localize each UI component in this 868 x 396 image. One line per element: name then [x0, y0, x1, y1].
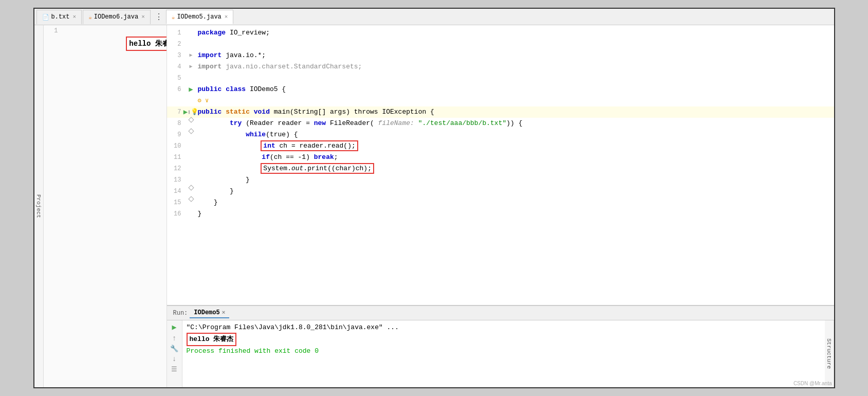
code-line-7: 7 ▶ 💡 public static void main(String[] a… — [167, 106, 834, 118]
ln-5: 5 — [167, 73, 186, 84]
bottom-tab-close[interactable]: × — [222, 310, 226, 316]
code-content-1: package IO_review; — [197, 27, 834, 39]
ln-9: 9 — [167, 129, 186, 140]
code-line-5: 5 — [167, 73, 834, 84]
gutter-9 — [186, 129, 197, 133]
gutter-8 — [186, 118, 197, 122]
bottom-panel: Run: IODemo5 × ▶ ↑ 🔧 ↓ ☰ — [167, 305, 834, 387]
code-line-14: 14 } — [167, 186, 834, 197]
code-line-16: 16 } — [167, 208, 834, 220]
java-file-icon-6: ☕ — [88, 14, 92, 21]
code-line-6: 6 ▶ public class IODemo5 { — [167, 84, 834, 95]
down-arrow-icon[interactable]: ↓ — [172, 355, 176, 363]
tab-iodemo5-close[interactable]: × — [225, 14, 228, 20]
ln-12: 12 — [167, 163, 186, 174]
left-line-content-1: hello 朱睿杰 — [73, 25, 167, 62]
left-line-1: 1 hello 朱睿杰 ✓ — [44, 25, 167, 62]
fold-icon-3[interactable]: ▶ — [189, 50, 192, 61]
project-label: Project — [35, 194, 42, 218]
right-panel: 1 package IO_review; 2 3 ▶ import java.i… — [167, 25, 834, 387]
bottom-left-controls: ▶ ↑ 🔧 ↓ ☰ — [167, 320, 182, 387]
code-line-6b: ⚙ ∨ — [167, 95, 834, 106]
main-content: Project 1 hello 朱睿杰 ✓ 1 — [34, 25, 834, 387]
run-arrow-6[interactable]: ▶ — [189, 84, 193, 95]
ln-6: 6 — [167, 84, 186, 95]
tab-btxt[interactable]: 📄 b.txt × — [36, 10, 82, 24]
code-line-11: 11 if(ch == -1) break; — [167, 152, 834, 163]
gutter-diamond-15 — [188, 196, 194, 202]
gutter-diamond-8 — [188, 117, 194, 122]
ln-11: 11 — [167, 152, 186, 163]
up-arrow-icon[interactable]: ↑ — [172, 334, 176, 343]
code-line-12: 12 System.out.print((char)ch); — [167, 163, 834, 174]
run-arrow-7[interactable]: ▶ — [183, 106, 188, 118]
code-content-15: } — [197, 197, 834, 208]
left-line-num-1: 1 — [44, 25, 62, 37]
tab-iodemo6[interactable]: ☕ IODemo6.java × — [83, 10, 151, 24]
code-content-8: try (Reader reader = new FileReader( fil… — [197, 118, 834, 129]
smart-hint-icon: ⚙ ∨ — [198, 95, 209, 106]
output-process-line: Process finished with exit code 0 — [187, 346, 821, 356]
tab-btxt-label: b.txt — [51, 13, 70, 21]
gutter-6[interactable]: ▶ — [186, 84, 197, 95]
tab-btxt-close[interactable]: × — [73, 14, 77, 20]
run-button[interactable]: ▶ — [172, 322, 176, 332]
code-content-16: } — [197, 208, 834, 220]
ln-8: 8 — [167, 118, 186, 129]
bottom-tab-iodemo5[interactable]: IODemo5 × — [190, 308, 229, 318]
left-editor: 1 hello 朱睿杰 ✓ — [44, 25, 167, 387]
code-content-12: System.out.print((char)ch); — [197, 163, 834, 174]
fold-icon-4[interactable]: ▶ — [189, 61, 192, 73]
code-line-2: 2 — [167, 39, 834, 50]
gutter-3[interactable]: ▶ — [186, 50, 197, 61]
code-editor[interactable]: 1 package IO_review; 2 3 ▶ import java.i… — [167, 25, 834, 305]
output-hello-box: hello 朱睿杰 — [187, 333, 237, 346]
output-path-line: "C:\Program Files\Java\jdk1.8.0_281\bin\… — [187, 322, 821, 333]
fold-diamond-7[interactable] — [189, 110, 190, 114]
code-content-3: import java.io.*; — [197, 50, 834, 61]
code-line-15: 15 } — [167, 197, 834, 208]
bottom-tab-bar: Run: IODemo5 × — [167, 306, 834, 320]
tab-more-button[interactable]: ⋮ — [152, 10, 166, 24]
run-label: Run: — [171, 310, 190, 317]
code-content-10: int ch = reader.read(); — [197, 140, 834, 152]
txt-file-icon: 📄 — [42, 14, 49, 21]
java-file-icon-5: ☕ — [172, 14, 175, 21]
gutter-diamond-14 — [188, 185, 194, 190]
code-line-9: 9 while(true) { — [167, 129, 834, 140]
list-icon[interactable]: ☰ — [171, 365, 177, 373]
ln-13: 13 — [167, 174, 186, 186]
hello-text-box: hello 朱睿杰 — [126, 37, 166, 51]
code-content-9: while(true) { — [197, 129, 834, 140]
tab-iodemo6-close[interactable]: × — [141, 14, 145, 20]
ln-4: 4 — [167, 61, 186, 73]
wrench-icon[interactable]: 🔧 — [170, 345, 178, 353]
ln-7: 7 — [167, 106, 186, 118]
code-line-10: 10 int ch = reader.read(); — [167, 140, 834, 152]
bottom-tab-label: IODemo5 — [194, 309, 219, 316]
csdn-watermark: CSDN @Mr.anta — [793, 381, 832, 386]
gutter-4[interactable]: ▶ — [186, 61, 197, 73]
code-content-2 — [197, 39, 834, 50]
ln-14: 14 — [167, 186, 186, 197]
left-panel: 1 hello 朱睿杰 ✓ — [44, 25, 167, 387]
tab-iodemo6-label: IODemo6.java — [94, 13, 138, 21]
code-line-13: 13 } — [167, 174, 834, 186]
ln-3: 3 — [167, 50, 186, 61]
code-content-5 — [197, 73, 834, 84]
gutter-14 — [186, 186, 197, 190]
project-sidebar[interactable]: Project — [34, 25, 44, 387]
structure-sidebar[interactable]: Structure — [825, 320, 834, 387]
code-content-11: if(ch == -1) break; — [197, 152, 834, 163]
highlight-box-12: System.out.print((char)ch); — [262, 164, 373, 173]
highlight-box-10: int ch = reader.read(); — [262, 141, 357, 150]
code-content-14: } — [197, 186, 834, 197]
tab-iodemo5[interactable]: ☕ IODemo5.java × — [166, 10, 234, 24]
output-hello-line: hello 朱睿杰 — [187, 333, 821, 346]
ln-1: 1 — [167, 27, 186, 39]
gutter-7[interactable]: ▶ 💡 — [186, 106, 197, 118]
output-process-text: Process finished with exit code 0 — [187, 347, 319, 355]
ide-window: 📄 b.txt × ☕ IODemo6.java × ⋮ ☕ IODemo5.j… — [33, 8, 835, 388]
code-content-13: } — [197, 174, 834, 186]
ln-2: 2 — [167, 39, 186, 50]
